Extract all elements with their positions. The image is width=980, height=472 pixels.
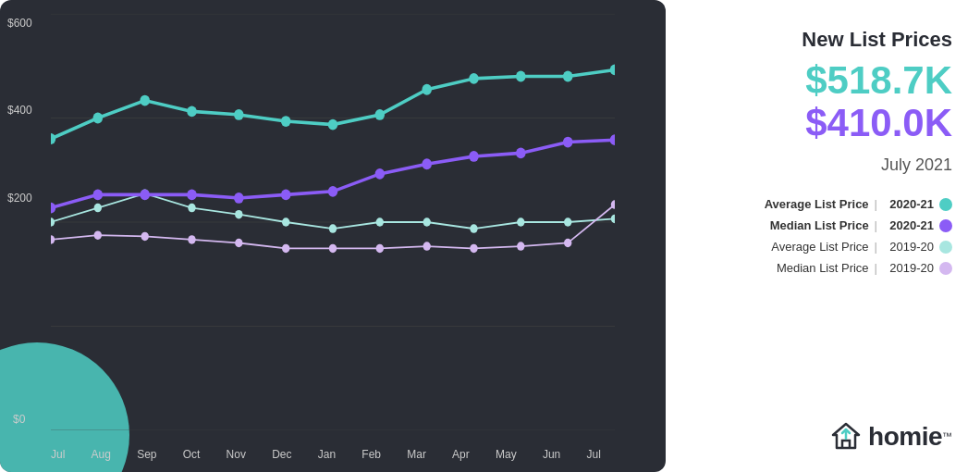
svg-point-44 [51, 203, 55, 214]
svg-point-32 [93, 113, 104, 124]
x-label-may: May [496, 448, 517, 461]
svg-point-55 [563, 137, 573, 148]
x-label-mar: Mar [407, 448, 426, 461]
svg-point-18 [51, 235, 55, 243]
svg-point-38 [375, 109, 386, 120]
svg-point-37 [328, 119, 338, 130]
legend-year-avg-2021: 2020-21 [883, 197, 934, 211]
homie-logo: homie™ [829, 420, 952, 453]
main-container: $518.7 $418.2 $410.0 $325.0 $600 $400 $2… [0, 0, 980, 472]
legend-year-med-2021: 2020-21 [883, 218, 934, 232]
svg-point-11 [329, 224, 337, 232]
svg-point-13 [423, 217, 430, 226]
svg-point-33 [140, 95, 150, 106]
x-label-jul1: Jul [51, 448, 65, 461]
svg-point-5 [51, 217, 55, 226]
svg-point-46 [140, 189, 150, 200]
svg-point-39 [422, 84, 432, 95]
x-label-jul2: Jul [586, 448, 600, 461]
series-avg-2020 [51, 193, 615, 229]
chart-panel: $518.7 $418.2 $410.0 $325.0 $600 $400 $2… [0, 0, 666, 472]
svg-point-12 [376, 217, 384, 226]
y-label-600: $600 [7, 17, 32, 30]
legend-year-med-2020: 2019-20 [883, 261, 934, 275]
legend-item-med-2021: Median List Price | 2020-21 [684, 218, 952, 232]
svg-point-24 [329, 244, 337, 253]
svg-point-6 [94, 204, 102, 212]
x-label-feb: Feb [361, 448, 381, 461]
legend-item-avg-2020: Average List Price | 2019-20 [684, 240, 952, 254]
y-label-0: $0 [13, 413, 25, 426]
svg-point-36 [281, 116, 291, 127]
svg-point-49 [281, 189, 291, 200]
x-label-aug: Aug [92, 448, 111, 461]
legend: Average List Price | 2020-21 Median List… [684, 197, 952, 275]
x-label-oct: Oct [183, 448, 201, 461]
svg-point-21 [188, 235, 195, 243]
svg-point-10 [282, 217, 289, 226]
info-panel: New List Prices $518.7K $410.0K July 202… [666, 0, 980, 472]
svg-point-34 [187, 106, 197, 117]
panel-title: New List Prices [802, 28, 952, 52]
legend-label-avg-2021: Average List Price [765, 197, 869, 211]
x-label-sep: Sep [137, 448, 156, 461]
x-label-jan: Jan [318, 448, 336, 461]
svg-point-43 [610, 64, 615, 75]
x-label-apr: Apr [452, 448, 470, 461]
svg-point-9 [235, 210, 242, 218]
svg-point-14 [470, 224, 477, 232]
svg-point-47 [187, 189, 197, 200]
svg-point-54 [516, 147, 526, 158]
svg-point-15 [517, 217, 524, 226]
homie-text: homie™ [868, 422, 952, 452]
legend-label-avg-2020: Average List Price [771, 240, 868, 254]
series-med-2021 [51, 140, 615, 207]
svg-point-53 [469, 151, 479, 162]
svg-point-28 [517, 242, 524, 250]
svg-point-8 [188, 204, 195, 212]
legend-dot-avg-2020 [939, 241, 952, 254]
x-label-nov: Nov [227, 448, 246, 461]
svg-point-52 [422, 158, 432, 169]
svg-point-51 [375, 168, 386, 180]
svg-point-26 [423, 242, 430, 250]
svg-point-25 [376, 244, 384, 253]
legend-label-med-2021: Median List Price [770, 218, 869, 232]
svg-point-23 [282, 244, 289, 253]
svg-point-22 [235, 239, 242, 247]
x-label-dec: Dec [272, 448, 291, 461]
svg-point-42 [563, 71, 573, 82]
svg-point-19 [94, 230, 102, 239]
svg-point-27 [470, 244, 477, 253]
legend-item-avg-2021: Average List Price | 2020-21 [684, 197, 952, 211]
svg-point-16 [564, 217, 571, 226]
svg-point-35 [234, 109, 244, 120]
homie-house-icon [829, 420, 863, 453]
svg-point-20 [141, 232, 148, 241]
y-label-200: $200 [7, 192, 32, 205]
legend-item-med-2020: Median List Price | 2019-20 [684, 261, 952, 275]
x-label-jun: Jun [543, 448, 560, 461]
legend-dot-avg-2021 [939, 198, 952, 211]
svg-point-50 [328, 186, 338, 197]
legend-dot-med-2021 [939, 219, 952, 232]
svg-point-31 [51, 133, 55, 144]
svg-point-45 [93, 189, 104, 200]
price-purple: $410.0K [805, 102, 952, 144]
x-axis-row: Jul Aug Sep Oct Nov Dec Jan Feb Mar Apr … [51, 448, 601, 461]
date-label: July 2021 [881, 155, 952, 175]
legend-label-med-2020: Median List Price [777, 261, 869, 275]
legend-year-avg-2020: 2019-20 [883, 240, 934, 254]
y-label-400: $400 [7, 104, 32, 117]
svg-point-40 [469, 73, 479, 84]
svg-point-56 [610, 134, 615, 145]
line-chart: $518.7 $418.2 $410.0 $325.0 [51, 14, 615, 430]
price-teal: $518.7K [805, 59, 952, 102]
svg-point-29 [564, 239, 571, 247]
svg-point-48 [234, 193, 244, 204]
legend-dot-med-2020 [939, 262, 952, 275]
svg-point-41 [516, 71, 526, 82]
